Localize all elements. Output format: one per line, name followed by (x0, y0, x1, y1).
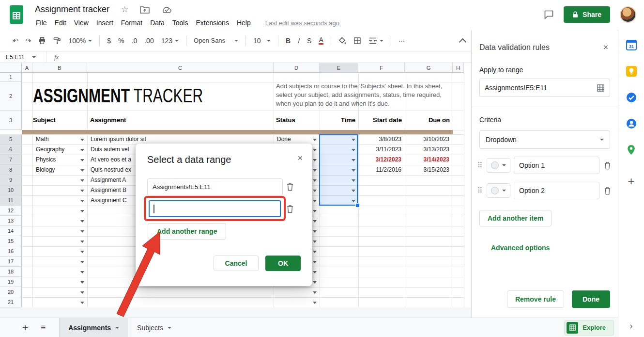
header-start-date[interactable]: Start date (359, 111, 402, 130)
dropdown-B9[interactable] (80, 179, 84, 182)
comments-icon[interactable] (544, 10, 554, 19)
row-header-21[interactable]: 21 (0, 297, 22, 307)
cell-C5[interactable]: Lorem ipsum dolor sit (88, 134, 273, 144)
apply-range-input[interactable]: Assignments!E5:E11 (479, 79, 610, 97)
row-header-20[interactable]: 20 (0, 287, 22, 297)
row-header-12[interactable]: 12 (0, 206, 22, 216)
sheet-note[interactable]: Add subjects or course to the 'Subjects'… (276, 82, 453, 109)
menu-tools[interactable]: Tools (169, 18, 192, 28)
cell-F6[interactable]: 3/11/2023 (359, 144, 404, 155)
dropdown-B12[interactable] (80, 210, 84, 212)
row-header-5[interactable]: 5 (0, 134, 22, 144)
add-another-range-button[interactable]: Add another range (148, 223, 226, 240)
row-header-10[interactable]: 10 (0, 185, 22, 195)
dropdown-D18[interactable] (313, 271, 317, 273)
delete-option-1-icon[interactable] (603, 160, 612, 171)
dropdown-D13[interactable] (313, 220, 317, 223)
dropdown-B13[interactable] (80, 220, 84, 223)
tab-subjects[interactable]: Subjects (128, 318, 180, 337)
cell-F5[interactable]: 3/8/2023 (359, 134, 404, 144)
option-1-color-picker[interactable] (487, 158, 510, 173)
sheet-title[interactable]: ASSIGNMENT TRACKER (33, 85, 203, 107)
menu-format[interactable]: Format (117, 18, 146, 28)
avatar[interactable] (620, 6, 636, 23)
done-button[interactable]: Done (572, 290, 610, 308)
row-header-3[interactable]: 3 (0, 111, 22, 130)
menu-file[interactable]: File (32, 18, 51, 28)
row-header-13[interactable]: 13 (0, 216, 22, 226)
dropdown-B10[interactable] (80, 190, 84, 192)
delete-option-2-icon[interactable] (603, 186, 612, 196)
add-another-item-button[interactable]: Add another item (479, 210, 552, 226)
cell-F8[interactable]: 11/2/2016 (359, 165, 404, 175)
dropdown-B19[interactable] (80, 281, 84, 284)
menu-extensions[interactable]: Extensions (192, 18, 232, 28)
font-size-select[interactable]: 10 (253, 37, 271, 45)
dropdown-B16[interactable] (80, 251, 84, 253)
advanced-options-link[interactable]: Advanced options (491, 244, 618, 252)
cell-B5[interactable]: Math (33, 134, 87, 144)
column-header-A[interactable]: A (22, 63, 32, 73)
dialog-close-icon[interactable]: × (297, 153, 303, 163)
column-header-H[interactable]: H (453, 63, 464, 73)
select-all-corner[interactable] (0, 63, 22, 73)
format-percent-button[interactable]: % (118, 37, 124, 45)
drag-handle-icon[interactable]: ⠿ (476, 161, 483, 170)
menu-view[interactable]: View (70, 18, 92, 28)
row-header-6[interactable]: 6 (0, 144, 22, 155)
tasks-icon[interactable] (626, 92, 637, 103)
star-icon[interactable]: ☆ (121, 4, 128, 15)
dropdown-B21[interactable] (80, 302, 84, 304)
dropdown-D9[interactable] (313, 179, 317, 182)
column-header-C[interactable]: C (87, 63, 274, 73)
dropdown-B20[interactable] (80, 291, 84, 294)
drag-handle-icon[interactable]: ⠿ (476, 186, 483, 195)
row-header-2[interactable]: 2 (0, 82, 22, 111)
option-2-input[interactable]: Option 2 (514, 182, 599, 199)
menu-edit[interactable]: Edit (51, 18, 70, 28)
ok-button[interactable]: OK (265, 256, 301, 271)
calendar-icon[interactable]: 31 (626, 40, 637, 50)
panel-close-icon[interactable]: × (603, 43, 608, 52)
cell-G7[interactable]: 3/14/2023 (405, 155, 452, 165)
dropdown-B18[interactable] (80, 271, 84, 273)
dropdown-B11[interactable] (80, 200, 84, 202)
cell-G5[interactable]: 3/10/2023 (405, 134, 452, 144)
share-button[interactable]: Share (564, 6, 610, 23)
header-status[interactable]: Status (276, 111, 295, 130)
dropdown-D10[interactable] (313, 190, 317, 192)
header-due-on[interactable]: Due on (406, 111, 450, 130)
option-2-color-picker[interactable] (487, 183, 510, 198)
dropdown-D6[interactable] (313, 149, 317, 151)
move-folder-icon[interactable] (140, 6, 150, 14)
number-format-select[interactable]: 123 (161, 37, 179, 45)
header-assignment[interactable]: Assignment (90, 111, 126, 130)
row-header-14[interactable]: 14 (0, 226, 22, 236)
column-header-G[interactable]: G (405, 63, 453, 73)
selection-fill-handle[interactable] (355, 203, 360, 208)
dropdown-D12[interactable] (313, 210, 317, 212)
document-title[interactable]: Assignment tracker (35, 4, 109, 15)
undo-button[interactable]: ↶ (13, 37, 18, 45)
last-edit-status[interactable]: Last edit was seconds ago (265, 19, 339, 27)
paint-format-button[interactable] (53, 37, 61, 45)
dropdown-D8[interactable] (313, 169, 317, 172)
cell-B6[interactable]: Geography (33, 144, 87, 155)
dropdown-D16[interactable] (313, 251, 317, 253)
sheets-logo-icon[interactable] (10, 5, 23, 26)
tab-assignments[interactable]: Assignments (59, 318, 128, 337)
collapse-toolbar-button[interactable] (460, 37, 465, 45)
criteria-select[interactable]: Dropdown (479, 130, 610, 149)
row-header-19[interactable]: 19 (0, 277, 22, 287)
fill-color-button[interactable] (338, 37, 346, 45)
dropdown-D17[interactable] (313, 261, 317, 263)
all-sheets-menu-icon[interactable]: ≡ (41, 323, 46, 333)
italic-button[interactable]: I (298, 37, 300, 45)
dropdown-B17[interactable] (80, 261, 84, 263)
dropdown-B5[interactable] (80, 139, 84, 141)
redo-button[interactable]: ↷ (26, 37, 31, 45)
row-header-18[interactable]: 18 (0, 267, 22, 277)
column-header-E[interactable]: E (320, 63, 358, 73)
delete-range-1-icon[interactable] (286, 182, 294, 191)
bold-button[interactable]: B (286, 37, 291, 45)
